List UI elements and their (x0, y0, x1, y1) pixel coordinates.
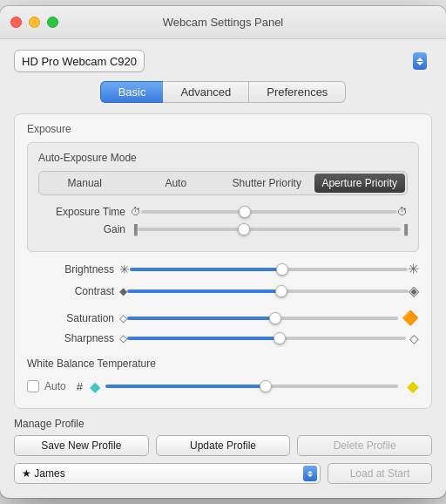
contrast-icon-right: ◈ (409, 283, 419, 299)
contrast-row: Contrast ◆ ◈ (27, 283, 419, 299)
delete-profile-button[interactable]: Delete Profile (297, 435, 432, 456)
wb-hash: # (77, 380, 83, 393)
sharpness-slider[interactable] (127, 337, 406, 340)
brightness-slider[interactable] (130, 268, 408, 271)
contrast-icon-left: ◆ (119, 285, 127, 297)
exposure-section: Exposure Auto-Exposure Mode Manual Auto … (14, 113, 432, 409)
profile-select-row: ★ James Load at Start (14, 463, 432, 484)
mode-shutter[interactable]: Shutter Priority (221, 172, 313, 194)
update-profile-button[interactable]: Update Profile (156, 435, 291, 456)
window-controls (10, 17, 58, 28)
mode-manual[interactable]: Manual (39, 172, 131, 194)
sharpness-label: Sharpness (27, 332, 114, 344)
wb-label: White Balance Temperature (27, 358, 419, 370)
tab-advanced[interactable]: Advanced (163, 81, 249, 103)
saturation-slider[interactable] (127, 317, 398, 320)
auto-exposure-label: Auto-Exposure Mode (38, 152, 408, 164)
contrast-slider[interactable] (127, 289, 409, 293)
window-title: Webcam Settings Panel (163, 16, 284, 29)
saturation-icon-left: ◇ (119, 312, 127, 324)
wb-row: Auto # ◆ ◆ (27, 377, 419, 396)
bars-icon-left: ▐ (131, 224, 138, 235)
maximize-button[interactable] (47, 17, 58, 28)
save-new-profile-button[interactable]: Save New Profile (14, 435, 149, 456)
gain-label: Gain (38, 223, 125, 235)
brightness-row: Brightness ✳ ✳ (27, 261, 419, 277)
profile-section-label: Manage Profile (14, 418, 432, 430)
gain-slider[interactable] (138, 228, 401, 231)
mode-auto[interactable]: Auto (131, 172, 222, 194)
exposure-mode-buttons: Manual Auto Shutter Priority Aperture Pr… (38, 171, 408, 195)
minimize-button[interactable] (29, 17, 40, 28)
tab-bar: Basic Advanced Preferences (14, 81, 432, 103)
wb-slider[interactable] (105, 385, 398, 388)
load-at-start-button[interactable]: Load at Start (328, 463, 432, 484)
device-selector-row: HD Pro Webcam C920 (14, 50, 432, 72)
contrast-label: Contrast (27, 285, 114, 297)
saturation-icon-right: 🔶 (402, 310, 419, 326)
exposure-time-label: Exposure Time (38, 206, 125, 218)
sharpness-icon-left: ◇ (119, 332, 127, 344)
mode-aperture[interactable]: Aperture Priority (314, 174, 406, 193)
profile-select[interactable]: ★ James (14, 463, 321, 484)
brightness-label: Brightness (27, 263, 114, 276)
wb-auto-label: Auto (44, 380, 66, 392)
profile-buttons-row: Save New Profile Update Profile Delete P… (14, 435, 432, 456)
wb-auto-checkbox[interactable] (27, 380, 39, 392)
close-button[interactable] (10, 17, 22, 28)
saturation-row: Saturation ◇ 🔶 (27, 310, 419, 326)
sharpness-icon-right: ◇ (409, 331, 419, 345)
clock-icon-right: ⏱ (397, 206, 408, 218)
main-content: HD Pro Webcam C920 Basic Advanced Prefer… (0, 39, 446, 498)
wb-diamond-icon-left: ◆ (90, 378, 100, 395)
profile-select-wrapper: ★ James (14, 463, 321, 484)
title-bar: Webcam Settings Panel (0, 6, 446, 39)
clock-icon-left: ⏱ (131, 206, 141, 218)
app-window: Webcam Settings Panel HD Pro Webcam C920… (0, 6, 446, 498)
tab-preferences[interactable]: Preferences (249, 81, 346, 103)
device-select-arrow-icon (413, 52, 427, 70)
gain-row: Gain ▐ ▐ (38, 223, 408, 235)
auto-exposure-box: Auto-Exposure Mode Manual Auto Shutter P… (27, 142, 419, 252)
exposure-time-row: Exposure Time ⏱ ⏱ (38, 206, 408, 218)
device-select-wrapper: HD Pro Webcam C920 (14, 50, 432, 72)
profile-section: Manage Profile Save New Profile Update P… (14, 418, 432, 484)
brightness-icon-right: ✳ (408, 261, 419, 277)
device-select[interactable]: HD Pro Webcam C920 (14, 50, 145, 72)
exposure-section-label: Exposure (27, 123, 419, 135)
saturation-label: Saturation (27, 312, 114, 324)
wb-diamond-icon-right: ◆ (407, 377, 419, 396)
exposure-time-slider[interactable] (141, 210, 397, 214)
brightness-icon-left: ✳ (119, 262, 130, 276)
sharpness-row: Sharpness ◇ ◇ (27, 331, 419, 345)
tab-basic[interactable]: Basic (100, 81, 164, 103)
bars-icon-right: ▐ (401, 224, 408, 235)
